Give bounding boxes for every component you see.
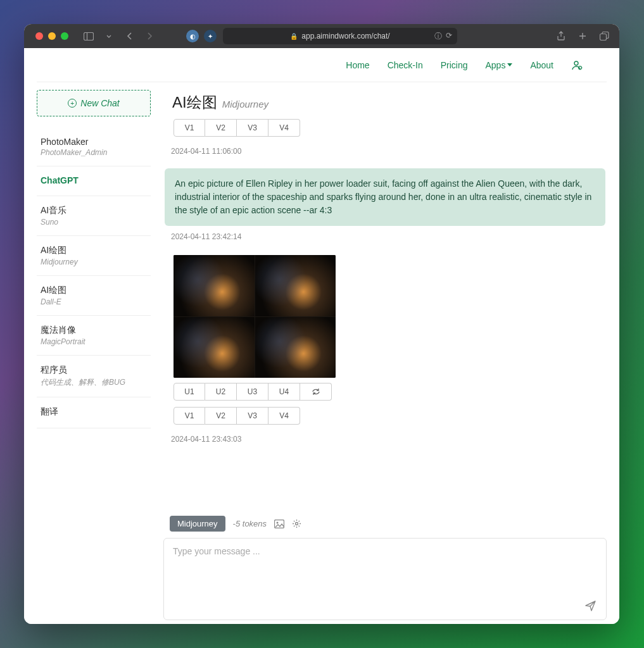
new-chat-button[interactable]: + New Chat bbox=[37, 90, 151, 116]
extension-icon-1[interactable]: ◐ bbox=[186, 30, 199, 42]
sidebar-item-ai-draw-dalle[interactable]: AI绘图 Dall-E bbox=[37, 276, 151, 316]
v1-button[interactable]: V1 bbox=[174, 407, 205, 425]
generated-image-1[interactable] bbox=[174, 255, 255, 316]
svg-point-3 bbox=[574, 61, 578, 65]
sidebar-item-programmer[interactable]: 程序员 代码生成、解释、修BUG bbox=[37, 356, 151, 397]
url-text: app.aimindwork.com/chat/ bbox=[301, 32, 389, 40]
sidebar-item-chatgpt[interactable]: ChatGPT bbox=[37, 166, 151, 196]
caret-down-icon bbox=[507, 63, 512, 66]
address-bar[interactable]: 🔒 app.aimindwork.com/chat/ ⓘ ⟳ bbox=[223, 28, 457, 44]
nav-about[interactable]: About bbox=[530, 60, 553, 70]
browser-window: ◐ ✦ 🔒 app.aimindwork.com/chat/ ⓘ ⟳ bbox=[24, 24, 619, 624]
share-icon[interactable] bbox=[555, 30, 567, 42]
nav-pricing[interactable]: Pricing bbox=[441, 60, 468, 70]
v3-button[interactable]: V3 bbox=[237, 119, 268, 137]
main-panel: AI绘图 Midjourney V1 V2 V3 V4 2024-04-11 1… bbox=[163, 90, 607, 620]
sidebar-item-ai-music[interactable]: AI音乐 Suno bbox=[37, 196, 151, 236]
generated-image-4[interactable] bbox=[255, 317, 336, 378]
refresh-icon bbox=[312, 388, 320, 396]
generated-image-2[interactable] bbox=[255, 255, 336, 316]
sidebar: + New Chat PhotoMaker PhotoMaker_Admin C… bbox=[37, 90, 151, 620]
generated-image-grid[interactable] bbox=[174, 255, 336, 378]
minimize-window-button[interactable] bbox=[48, 32, 56, 40]
sidebar-item-translate[interactable]: 翻译 bbox=[37, 397, 151, 428]
timestamp: 2024-04-11 11:06:00 bbox=[165, 143, 605, 165]
nav-home[interactable]: Home bbox=[346, 60, 369, 70]
sidebar-item-magic-portrait[interactable]: 魔法肖像 MagicPortrait bbox=[37, 316, 151, 356]
svg-point-7 bbox=[296, 523, 298, 525]
variation-buttons-row: V1 V2 V3 V4 bbox=[165, 119, 605, 137]
user-prompt-bubble: An epic picture of Ellen Ripley in her p… bbox=[165, 168, 605, 226]
send-icon bbox=[584, 599, 597, 612]
lock-icon: 🔒 bbox=[290, 33, 298, 40]
user-settings-icon[interactable] bbox=[571, 59, 583, 71]
u1-button[interactable]: U1 bbox=[174, 383, 205, 401]
reload-icon[interactable]: ⟳ bbox=[446, 31, 452, 42]
timestamp: 2024-04-11 23:42:14 bbox=[165, 228, 605, 250]
titlebar: ◐ ✦ 🔒 app.aimindwork.com/chat/ ⓘ ⟳ bbox=[24, 24, 619, 48]
nav-apps[interactable]: Apps bbox=[485, 60, 512, 70]
image-upload-icon[interactable] bbox=[274, 520, 284, 528]
v4-button[interactable]: V4 bbox=[268, 119, 300, 137]
v2-button[interactable]: V2 bbox=[205, 119, 237, 137]
v2-button[interactable]: V2 bbox=[205, 407, 237, 425]
tabs-icon[interactable] bbox=[598, 30, 610, 42]
variation-buttons-row-2: V1 V2 V3 V4 bbox=[165, 407, 605, 425]
top-nav: Home Check-In Pricing Apps About bbox=[37, 48, 607, 82]
message-input-wrap bbox=[163, 538, 607, 620]
token-cost: -5 tokens bbox=[233, 519, 267, 528]
v4-button[interactable]: V4 bbox=[268, 407, 300, 425]
sidebar-toggle-icon[interactable] bbox=[82, 30, 95, 42]
new-tab-icon[interactable] bbox=[576, 30, 589, 42]
chat-title: AI绘图 bbox=[172, 92, 217, 113]
nav-checkin[interactable]: Check-In bbox=[388, 60, 423, 70]
svg-rect-2 bbox=[600, 34, 606, 40]
u4-button[interactable]: U4 bbox=[268, 383, 300, 401]
page-content: Home Check-In Pricing Apps About + New C… bbox=[24, 48, 619, 624]
sidebar-item-ai-draw-mj[interactable]: AI绘图 Midjourney bbox=[37, 236, 151, 276]
back-button[interactable] bbox=[123, 30, 136, 42]
timestamp: 2024-04-11 23:43:03 bbox=[165, 431, 605, 452]
messages-scroll[interactable]: V1 V2 V3 V4 2024-04-11 11:06:00 An epic … bbox=[163, 119, 607, 506]
reroll-button[interactable] bbox=[300, 383, 332, 401]
chat-subtitle: Midjourney bbox=[222, 99, 268, 109]
generated-image-3[interactable] bbox=[174, 317, 255, 378]
composer: Midjourney -5 tokens bbox=[163, 506, 607, 620]
plus-icon: + bbox=[68, 99, 77, 108]
u3-button[interactable]: U3 bbox=[237, 383, 268, 401]
v1-button[interactable]: V1 bbox=[174, 119, 205, 137]
message-input[interactable] bbox=[173, 546, 597, 609]
forward-button[interactable] bbox=[143, 30, 156, 42]
maximize-window-button[interactable] bbox=[61, 32, 68, 40]
extension-icon-2[interactable]: ✦ bbox=[204, 30, 217, 42]
sidebar-item-photomaker[interactable]: PhotoMaker PhotoMaker_Admin bbox=[37, 128, 151, 166]
chat-header: AI绘图 Midjourney bbox=[163, 90, 607, 119]
v3-button[interactable]: V3 bbox=[237, 407, 268, 425]
close-window-button[interactable] bbox=[35, 32, 43, 40]
svg-rect-0 bbox=[84, 32, 94, 40]
svg-point-6 bbox=[277, 521, 279, 523]
model-badge[interactable]: Midjourney bbox=[170, 516, 225, 532]
send-button[interactable] bbox=[584, 599, 597, 612]
reader-icon[interactable]: ⓘ bbox=[434, 31, 442, 42]
upscale-buttons-row: U1 U2 U3 U4 bbox=[165, 383, 605, 401]
u2-button[interactable]: U2 bbox=[205, 383, 237, 401]
chevron-down-icon[interactable] bbox=[103, 30, 115, 42]
settings-icon[interactable] bbox=[292, 519, 301, 528]
